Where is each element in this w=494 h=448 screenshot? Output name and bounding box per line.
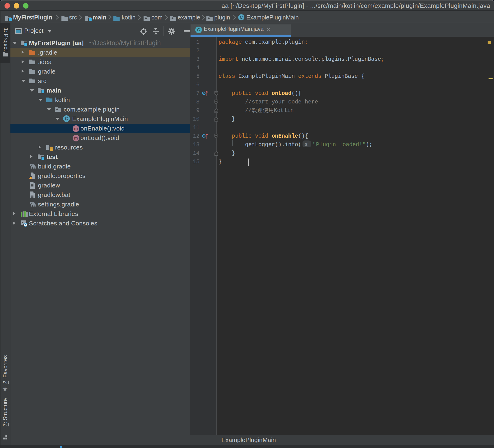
svg-text:C: C [65, 116, 68, 121]
svg-text:m: m [74, 136, 78, 140]
svg-text:C: C [197, 27, 200, 32]
svg-text:m: m [74, 126, 78, 131]
svg-text:C: C [240, 15, 243, 20]
